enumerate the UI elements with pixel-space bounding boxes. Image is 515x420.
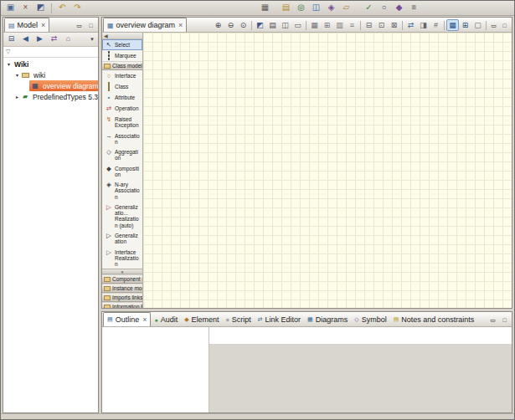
tree-item-label: overview diagram [41,82,98,90]
new-package-icon[interactable]: ▱ [339,2,353,14]
back-icon[interactable]: ◀ [19,33,32,45]
home-icon[interactable]: ⌂ [62,33,75,45]
export-image-icon[interactable]: ◫ [279,19,291,31]
snap-to-grid-icon[interactable]: ⊞ [321,19,333,31]
save-icon[interactable]: ◩ [33,2,48,14]
class-tool[interactable]: Class [102,81,142,92]
tree-item-wiki-project[interactable]: ▾ Wiki [3,59,98,69]
attribute-tool[interactable]: ▪ Attribute [102,92,142,103]
tool-label: Class [115,83,128,90]
tab-label: Element [192,315,219,324]
new-sequence-diagram-icon[interactable]: ◫ [309,2,323,14]
new-usecase-diagram-icon[interactable]: ◎ [294,2,308,14]
close-tab-icon[interactable]: × [178,21,183,29]
close-tab-icon[interactable]: × [142,315,147,324]
snap-toggle-icon[interactable]: ⊞ [459,19,471,31]
generalization-tool[interactable]: ▷ Generalization [102,230,142,247]
tree-item-wiki-package[interactable]: ▾ wiki [3,69,98,80]
view-menu-icon[interactable]: ▾ [88,36,96,43]
palette-scroll-down[interactable]: ▾ [102,269,142,274]
aggregation-tool[interactable]: ◇ Aggregation [102,146,142,163]
grid-icon[interactable]: ▦ [258,2,272,14]
print-icon[interactable]: ▤ [266,19,279,31]
interface-realization-tool[interactable]: ▷ Interface Realization [102,247,142,269]
configuration-icon[interactable]: ≡ [407,2,421,14]
component-model-section[interactable]: Component mo... ▾ [102,274,142,284]
raised-exception-tool[interactable]: ↯ Raised Exception [102,114,142,131]
show-rulers-icon[interactable]: ▥ [333,19,346,31]
diagram-editor: ▦ overview diagram × ⊕ ⊖ ⊙ ◩ ▤ ◫ ▭ [101,17,512,309]
select-tool[interactable]: ↖ Select [102,39,142,50]
zoom-in-icon[interactable]: ⊕ [212,19,224,31]
association-tool[interactable]: → Association [102,131,142,147]
close-tab-icon[interactable]: × [41,21,45,29]
page-setup-icon[interactable]: ▭ [291,19,304,31]
redo-icon[interactable]: ↷ [70,2,85,14]
minimize-icon[interactable]: ▭ [74,21,85,30]
tab-element[interactable]: ◆ Element [181,313,222,326]
sync-with-editor-icon[interactable]: ⇄ [48,33,60,45]
modules-icon[interactable]: ◆ [392,2,406,14]
operation-tool[interactable]: ⇄ Operation [102,103,142,114]
marquee-tool[interactable]: Marquee [102,50,142,61]
undo-icon[interactable]: ↶ [55,2,70,14]
package-icon [22,73,29,78]
tab-label: Script [232,315,251,324]
overview-icon[interactable]: ▢ [471,19,484,31]
hatch-grid-icon[interactable]: # [430,19,442,31]
imports-links-section[interactable]: Imports links ▾ [102,293,142,302]
tab-diagrams[interactable]: ▦ Diagrams [304,313,351,326]
mask-icon[interactable]: ◨ [417,19,430,31]
nary-association-tool[interactable]: ◈ N-ary Association [102,179,142,202]
align-icon[interactable]: ⊟ [363,19,375,31]
new-state-diagram-icon[interactable]: ◈ [324,2,338,14]
search-icon[interactable]: ○ [377,2,391,14]
outline-content[interactable] [102,327,209,412]
smart-link-icon[interactable]: ⇄ [404,19,417,31]
maximize-icon[interactable]: □ [85,21,96,30]
minimize-icon[interactable]: ▭ [487,315,498,325]
instance-model-section[interactable]: Instance model ▾ [102,284,142,293]
maximize-icon[interactable]: □ [499,21,510,30]
information-flow-section[interactable]: Information Flo... ▾ [102,302,142,308]
tree-item-overview-diagram[interactable]: ▦ overview diagram [3,80,98,91]
model-view-icon: ▤ [8,22,15,29]
composition-tool[interactable]: ◆ Composition [102,163,142,180]
zoom-out-icon[interactable]: ⊖ [224,19,237,31]
generalization-realization-auto-tool[interactable]: ▷ Generalizatio... Realization (auto) [102,202,142,230]
tab-script[interactable]: ≡ Script [223,313,255,326]
tab-outline[interactable]: ▤ Outline × [103,312,151,326]
save-diagram-icon[interactable]: ◩ [254,19,266,31]
app-window-icon[interactable]: ▣ [3,2,18,14]
show-grid-icon[interactable]: ▦ [308,19,321,31]
forward-icon[interactable]: ▶ [33,33,46,45]
class-model-section[interactable]: Class model ▴ [102,61,142,70]
expander-icon[interactable]: ▸ [13,94,21,100]
expander-icon[interactable]: ▾ [13,72,21,78]
same-size-icon[interactable]: ⊠ [388,19,400,31]
maximize-icon[interactable]: □ [499,315,510,325]
collapse-all-icon[interactable]: ⊟ [5,33,18,45]
tab-link-editor[interactable]: ⇄ Link Editor [255,313,304,326]
tab-symbol[interactable]: ◇ Symbol [351,313,389,326]
tab-audit[interactable]: ● Audit [151,313,181,326]
selected-row-highlight: ▦ overview diagram [29,80,98,91]
grid-visible-toggle-icon[interactable]: ▦ [446,19,459,31]
diagram-icon: ▦ [107,22,114,29]
new-class-diagram-icon[interactable]: ▤ [279,2,293,14]
model-filter-bar[interactable]: ▽ [3,47,98,58]
audit-check-icon[interactable]: ✓ [362,2,376,14]
tab-overview-diagram[interactable]: ▦ overview diagram × [103,18,187,32]
interface-tool[interactable]: ○ Interface [102,70,142,81]
tab-model[interactable]: ▤ Model × [4,18,49,32]
palette-collapse-icon[interactable]: ◀ [104,33,108,38]
tree-item-predefined-types[interactable]: ▸ ▰ PredefinedTypes 5.3.00 [3,91,98,102]
expander-icon[interactable]: ▾ [5,61,13,67]
close-icon[interactable]: × [18,2,33,14]
minimize-icon[interactable]: ▭ [488,21,499,30]
zoom-fit-icon[interactable]: ⊙ [237,19,250,31]
diagram-canvas[interactable] [143,33,512,308]
tab-notes-constraints[interactable]: ▤ Notes and constraints [390,313,478,326]
distribute-icon[interactable]: ⊡ [375,19,388,31]
guides-icon[interactable]: ≡ [346,19,358,31]
